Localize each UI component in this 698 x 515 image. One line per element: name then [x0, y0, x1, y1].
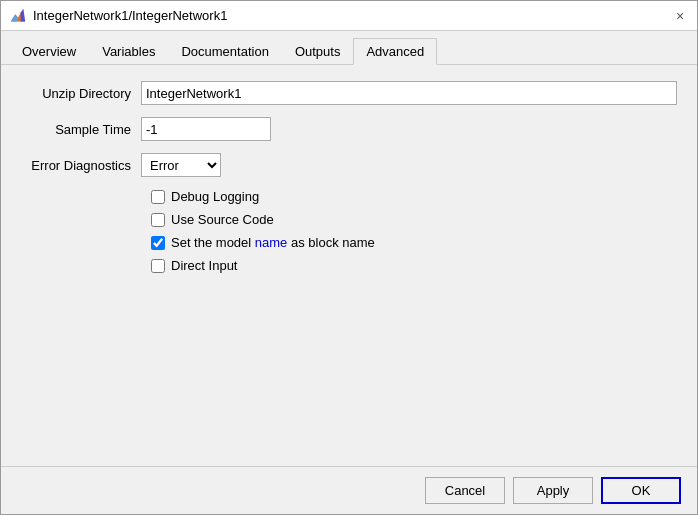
unzip-directory-label: Unzip Directory	[21, 86, 141, 101]
apply-button[interactable]: Apply	[513, 477, 593, 504]
unzip-directory-control	[141, 81, 677, 105]
svg-marker-2	[11, 14, 18, 21]
debug-logging-checkbox[interactable]	[151, 190, 165, 204]
direct-input-checkbox[interactable]	[151, 259, 165, 273]
sample-time-input[interactable]	[141, 117, 271, 141]
debug-logging-label: Debug Logging	[171, 189, 259, 204]
direct-input-row: Direct Input	[151, 258, 677, 273]
direct-input-label: Direct Input	[171, 258, 237, 273]
set-model-name-label: Set the model name as block name	[171, 235, 375, 250]
use-source-code-checkbox[interactable]	[151, 213, 165, 227]
set-model-name-link[interactable]: name	[255, 235, 288, 250]
error-diagnostics-label: Error Diagnostics	[21, 158, 141, 173]
window-title: IntegerNetwork1/IntegerNetwork1	[33, 8, 227, 23]
footer: Cancel Apply OK	[1, 466, 697, 514]
set-model-name-checkbox[interactable]	[151, 236, 165, 250]
checkboxes-area: Debug Logging Use Source Code Set the mo…	[151, 189, 677, 273]
set-model-name-text-before: Set the model	[171, 235, 255, 250]
title-bar-left: IntegerNetwork1/IntegerNetwork1	[9, 7, 227, 25]
unzip-directory-input[interactable]	[141, 81, 677, 105]
use-source-code-row: Use Source Code	[151, 212, 677, 227]
content-area: Unzip Directory Sample Time Error Diagno…	[1, 65, 697, 466]
tab-bar: Overview Variables Documentation Outputs…	[1, 31, 697, 65]
error-diagnostics-row: Error Diagnostics Error Warning None	[21, 153, 677, 177]
tab-advanced[interactable]: Advanced	[353, 38, 437, 65]
use-source-code-label: Use Source Code	[171, 212, 274, 227]
title-bar: IntegerNetwork1/IntegerNetwork1 ×	[1, 1, 697, 31]
sample-time-label: Sample Time	[21, 122, 141, 137]
debug-logging-row: Debug Logging	[151, 189, 677, 204]
sample-time-row: Sample Time	[21, 117, 677, 141]
tab-documentation[interactable]: Documentation	[168, 38, 281, 65]
ok-button[interactable]: OK	[601, 477, 681, 504]
close-button[interactable]: ×	[671, 7, 689, 25]
matlab-logo-icon	[9, 7, 27, 25]
error-diagnostics-select[interactable]: Error Warning None	[141, 153, 221, 177]
svg-marker-1	[21, 8, 26, 21]
set-model-name-row: Set the model name as block name	[151, 235, 677, 250]
tab-outputs[interactable]: Outputs	[282, 38, 354, 65]
main-window: IntegerNetwork1/IntegerNetwork1 × Overvi…	[0, 0, 698, 515]
set-model-name-text-after: as block name	[287, 235, 374, 250]
tab-variables[interactable]: Variables	[89, 38, 168, 65]
unzip-directory-row: Unzip Directory	[21, 81, 677, 105]
cancel-button[interactable]: Cancel	[425, 477, 505, 504]
tab-overview[interactable]: Overview	[9, 38, 89, 65]
